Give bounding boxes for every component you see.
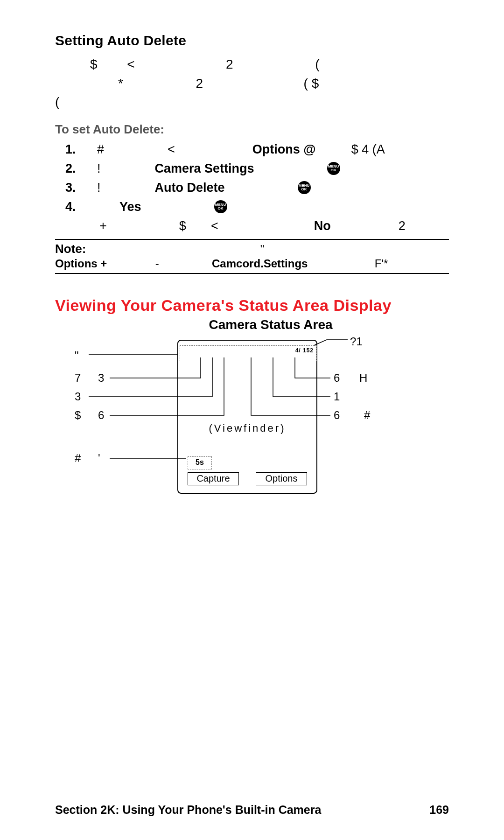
steps-list: 1. # < Options @ $ 4 (A 2. ! Camera Sett…	[55, 142, 449, 214]
status-diagram: 4/ 152 (Viewfinder) 5s Capture Options "…	[75, 335, 429, 503]
label-right-0: ?1	[350, 335, 363, 348]
step-2-num: 2.	[55, 161, 89, 176]
ok-text: OK	[301, 188, 307, 191]
footer: Section 2K: Using Your Phone's Built-in …	[55, 803, 449, 817]
step-3-a: !	[97, 181, 101, 195]
step-1-a: #	[97, 142, 104, 157]
label-right-3a: 6	[334, 409, 340, 422]
shot-count: 4/ 152	[295, 347, 314, 354]
step-1-d: $ 4 (A	[351, 142, 385, 157]
label-right-2: 1	[334, 390, 340, 403]
step-3-num: 3.	[55, 181, 89, 195]
step-1: 1. # < Options @ $ 4 (A	[55, 142, 449, 157]
menu-ok-icon: MENU OK	[298, 181, 311, 194]
label-right-1b: H	[359, 371, 367, 385]
red-heading: Viewing Your Camera's Status Area Displa…	[55, 296, 449, 315]
note-row1-tail: "	[260, 243, 265, 255]
step-2-a: !	[97, 161, 101, 176]
subhead-to-set: To set Auto Delete:	[55, 122, 449, 137]
step-4-num: 4.	[55, 200, 89, 214]
menu-ok-icon: MENU OK	[327, 162, 340, 175]
note-row2: Options + - Camcord.Settings F'*	[55, 257, 449, 270]
intro-2c: ( $	[304, 76, 319, 91]
note-2a: Options +	[55, 257, 107, 270]
note-2c: Camcord.Settings	[212, 257, 308, 270]
after-c: <	[211, 219, 218, 233]
softkey-capture: Capture	[188, 472, 239, 485]
label-left-2a: 7	[75, 371, 81, 385]
after-e: 2	[399, 219, 406, 233]
label-left-5b: '	[98, 452, 100, 465]
label-left-1: "	[75, 349, 79, 362]
note-2d: F'*	[375, 257, 388, 270]
intro-3a: (	[55, 95, 59, 109]
page: Setting Auto Delete $ < 2 ( * 2 ( $ ( To…	[0, 0, 504, 840]
step-3: 3. ! Auto Delete MENU OK	[55, 181, 449, 195]
timer-dashed: 5s	[188, 456, 212, 469]
intro-block: $ < 2 ( * 2 ( $ (	[55, 55, 449, 112]
screen-box: 4/ 152 (Viewfinder) 5s Capture Options	[177, 340, 317, 494]
softkey-options: Options	[256, 472, 307, 485]
step-1-c: Options @	[252, 142, 316, 157]
note-box: Note: " Options + - Camcord.Settings F'*	[55, 239, 449, 274]
after-b: $	[179, 219, 186, 233]
label-left-4b: 6	[98, 409, 104, 422]
label-left-4a: $	[75, 409, 81, 422]
label-left-2b: 3	[98, 371, 104, 385]
menu-ok-icon: MENU OK	[214, 200, 227, 213]
intro-1b: <	[127, 57, 134, 71]
after-d: No	[314, 219, 331, 233]
step-1-num: 1.	[55, 142, 89, 157]
step-4: 4. Yes MENU OK	[55, 200, 449, 214]
intro-2a: *	[118, 76, 123, 91]
after-steps-line: + $ < No 2	[55, 219, 449, 233]
note-label: Note:	[55, 242, 86, 256]
intro-1a: $	[90, 57, 98, 71]
note-2b: -	[155, 257, 159, 270]
intro-line2: * 2 ( $	[55, 74, 449, 93]
intro-line3: (	[55, 93, 449, 112]
step-4-a: Yes	[119, 200, 141, 214]
step-2: 2. ! Camera Settings MENU OK	[55, 161, 449, 176]
intro-1c: 2	[226, 57, 233, 71]
note-row1: Note: "	[55, 242, 449, 256]
label-left-5a: #	[75, 452, 81, 465]
step-3-b: Auto Delete	[155, 181, 225, 195]
label-right-3b: #	[364, 409, 370, 422]
footer-left: Section 2K: Using Your Phone's Built-in …	[55, 803, 321, 817]
step-1-b: <	[168, 142, 175, 157]
footer-page-number: 169	[429, 803, 449, 817]
csa-title: Camera Status Area	[92, 317, 449, 332]
step-2-b: Camera Settings	[155, 161, 254, 176]
label-left-3: 3	[75, 390, 81, 403]
after-a: +	[99, 219, 107, 233]
intro-line1: $ < 2 (	[55, 55, 449, 74]
ok-text: OK	[331, 168, 336, 172]
label-right-1a: 6	[334, 371, 340, 385]
section-title: Setting Auto Delete	[55, 33, 449, 49]
intro-2b: 2	[196, 76, 203, 91]
intro-1d: (	[315, 57, 319, 71]
ok-text: OK	[218, 207, 224, 210]
viewfinder-label: (Viewfinder)	[178, 422, 316, 434]
